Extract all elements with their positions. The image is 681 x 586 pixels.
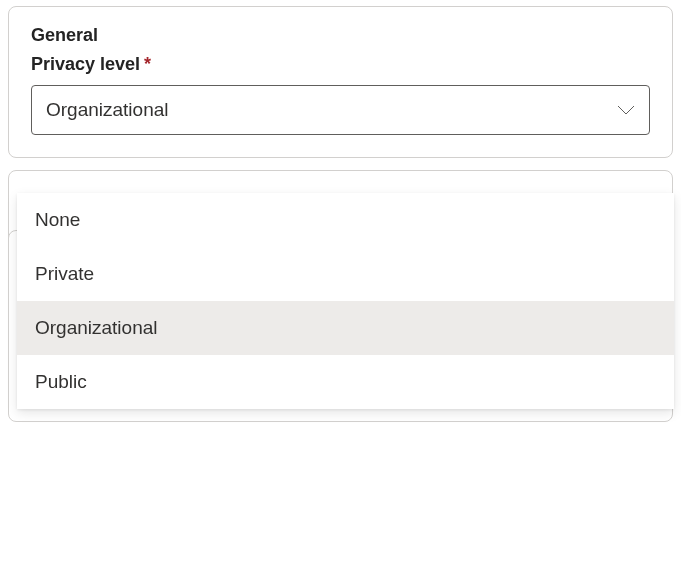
dropdown-option-public[interactable]: Public (17, 355, 674, 409)
settings-card-middle: None Private Organizational Public (8, 170, 673, 300)
settings-card-general: General Privacy level * Organizational (8, 6, 673, 158)
privacy-level-dropdown-list[interactable]: None Private Organizational Public (17, 193, 674, 409)
dropdown-option-private[interactable]: Private (17, 247, 674, 301)
section-title-general: General (31, 25, 650, 46)
chevron-down-icon (617, 105, 635, 115)
privacy-level-label: Privacy level (31, 54, 140, 75)
field-label-row: Privacy level * (31, 54, 650, 75)
privacy-level-select[interactable]: Organizational (31, 85, 650, 135)
required-marker: * (144, 54, 151, 75)
dropdown-option-organizational[interactable]: Organizational (17, 301, 674, 355)
dropdown-option-none[interactable]: None (17, 193, 674, 247)
privacy-level-select-value: Organizational (46, 99, 169, 121)
